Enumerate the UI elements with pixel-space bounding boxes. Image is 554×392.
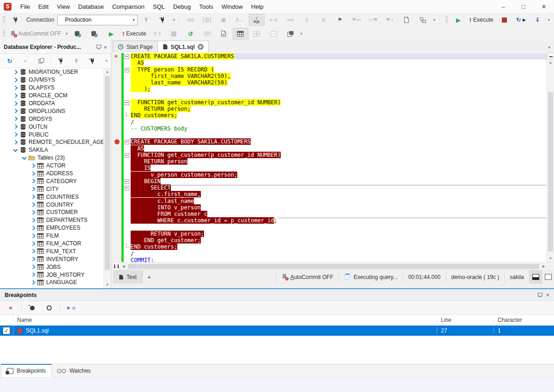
tree-item-employees[interactable]: EMPLOYEES bbox=[0, 224, 104, 232]
menu-item-tools[interactable]: Tools bbox=[195, 0, 217, 13]
chevron-right-icon[interactable] bbox=[30, 257, 35, 261]
scroll-right-icon[interactable]: ▶ bbox=[540, 263, 547, 270]
fold-margin[interactable] bbox=[124, 73, 130, 79]
close-panel-icon[interactable]: × bbox=[103, 44, 107, 50]
connect-icon[interactable] bbox=[69, 55, 84, 67]
chevron-right-icon[interactable] bbox=[30, 273, 35, 277]
scroll-down-icon[interactable]: ▼ bbox=[547, 255, 554, 262]
chevron-down-icon[interactable] bbox=[13, 148, 17, 152]
status-schema[interactable]: sakila bbox=[504, 270, 529, 284]
fold-margin[interactable] bbox=[124, 86, 130, 92]
tree-item-language[interactable]: LANGUAGE bbox=[0, 279, 104, 286]
breakpoint-enabled-checkbox[interactable]: ✓ bbox=[3, 327, 10, 334]
text-view-tab[interactable]: Text bbox=[113, 270, 143, 284]
close-tab-icon[interactable]: ✕ bbox=[198, 44, 204, 50]
close-panel-icon[interactable]: × bbox=[546, 292, 549, 298]
tree-item-ordsys[interactable]: ORDSYS bbox=[0, 115, 104, 123]
fold-margin[interactable] bbox=[124, 224, 130, 231]
fold-margin[interactable] bbox=[124, 112, 130, 119]
fold-collapse-icon[interactable] bbox=[125, 186, 129, 190]
tree-item-inventory[interactable]: INVENTORY bbox=[0, 255, 104, 263]
commit-icon[interactable] bbox=[70, 28, 86, 40]
chevron-right-icon[interactable] bbox=[30, 179, 35, 183]
menu-item-database[interactable]: Database bbox=[74, 0, 108, 13]
code-line[interactable]: COMMIT; bbox=[113, 257, 547, 262]
chevron-right-icon[interactable] bbox=[30, 210, 35, 214]
tree-item-film-text[interactable]: FILM_TEXT bbox=[0, 247, 104, 255]
tree-item-job-history[interactable]: JOB_HISTORY bbox=[0, 271, 104, 279]
pin-icon[interactable] bbox=[537, 292, 542, 298]
select-object-icon[interactable]: ▣ bbox=[216, 14, 231, 26]
code-line[interactable]: END get_customer; bbox=[113, 237, 547, 244]
fold-margin[interactable] bbox=[124, 53, 130, 59]
chevron-right-icon[interactable] bbox=[13, 86, 17, 90]
breakpoint-margin[interactable] bbox=[113, 244, 121, 250]
breakpoint-margin[interactable] bbox=[113, 73, 121, 79]
chevron-right-icon[interactable] bbox=[13, 78, 17, 82]
tree-item-country[interactable]: COUNTRY bbox=[0, 201, 104, 208]
code-line[interactable]: c.first_name, bbox=[113, 191, 547, 197]
run-icon[interactable]: ▶ bbox=[103, 28, 119, 40]
duplicate-window-icon[interactable] bbox=[33, 55, 49, 67]
outdent-icon[interactable]: ⇤≡ bbox=[265, 14, 281, 26]
code-line[interactable]: IS bbox=[113, 165, 547, 171]
chevron-down-icon[interactable]: ▾ bbox=[64, 31, 69, 36]
code-line[interactable]: CREATE PACKAGE BODY SAKILA.CUSTOMERS bbox=[113, 138, 547, 145]
chevron-right-icon[interactable] bbox=[13, 101, 17, 106]
chevron-down-icon[interactable]: ▾ bbox=[432, 18, 437, 22]
pivot-table-icon[interactable] bbox=[249, 28, 265, 40]
split-view-toggle[interactable] bbox=[529, 270, 542, 284]
code-line[interactable]: last_name VARCHAR2(50) bbox=[113, 79, 547, 86]
sql-editor[interactable]: CREATE PACKAGE SAKILA.CUSTOMERS AS TYPE … bbox=[113, 53, 554, 262]
connection-select[interactable]: Production ▾ bbox=[57, 15, 138, 25]
chevron-right-icon[interactable] bbox=[30, 164, 35, 168]
tree-item-oracle-ocm[interactable]: ORACLE_OCM bbox=[0, 92, 104, 100]
refresh-icon[interactable]: ↻ bbox=[2, 55, 18, 67]
toolbar-grip[interactable] bbox=[446, 16, 448, 24]
layout-window-icon[interactable] bbox=[283, 28, 298, 40]
split-editor-handle[interactable]: ▬ bbox=[547, 53, 554, 59]
chevron-right-icon[interactable] bbox=[30, 242, 35, 246]
breakpoint-margin[interactable] bbox=[113, 250, 121, 257]
code-line[interactable]: AS bbox=[113, 59, 547, 66]
tab-breakpoints[interactable]: Breakpoints bbox=[1, 364, 52, 377]
breakpoint-margin[interactable] bbox=[113, 106, 121, 112]
new-sql-document-icon[interactable] bbox=[398, 14, 414, 26]
breakpoint-margin[interactable] bbox=[113, 119, 121, 125]
tree-item-film[interactable]: FILM bbox=[0, 232, 104, 240]
fold-margin[interactable] bbox=[124, 165, 130, 171]
code-line[interactable]: FROM customer c bbox=[113, 211, 547, 217]
breakpoint-margin[interactable] bbox=[113, 165, 121, 171]
comment-lines-icon[interactable]: ≡ bbox=[299, 14, 314, 26]
next-bookmark-icon[interactable]: ↪⚑ bbox=[365, 14, 381, 26]
chevron-right-icon[interactable] bbox=[13, 117, 17, 121]
status-autocommit[interactable]: × AutoCommit OFF bbox=[276, 270, 338, 284]
breakpoint-margin[interactable] bbox=[113, 125, 121, 132]
code-line[interactable]: FUNCTION get_customer(p_customer_id NUMB… bbox=[113, 99, 547, 106]
delete-icon[interactable]: × bbox=[18, 55, 33, 67]
fold-margin[interactable] bbox=[124, 217, 130, 224]
status-server[interactable]: demo-oracle ( 19c ) bbox=[446, 270, 504, 284]
email-results-icon[interactable]: [@] bbox=[199, 14, 215, 26]
code-line[interactable]: BEGIN bbox=[113, 178, 547, 184]
code-line[interactable]: ); bbox=[113, 86, 547, 92]
step-into-icon[interactable]: ⇩ bbox=[530, 14, 545, 26]
fold-margin[interactable] bbox=[124, 132, 130, 138]
breakpoint-margin[interactable] bbox=[113, 257, 121, 262]
tree-item-departments[interactable]: DEPARTMENTS bbox=[0, 216, 104, 224]
fold-margin[interactable] bbox=[124, 257, 130, 262]
fold-collapse-icon[interactable] bbox=[125, 68, 129, 72]
execution-plan-icon[interactable]: ⇉≡ bbox=[182, 14, 198, 26]
breakpoint-margin[interactable] bbox=[113, 231, 121, 237]
debug-run-icon[interactable]: ▶ bbox=[451, 14, 466, 26]
menu-item-edit[interactable]: Edit bbox=[34, 0, 53, 13]
scroll-down-icon[interactable]: ▼ bbox=[104, 281, 111, 288]
tree-item-category[interactable]: CATEGORY bbox=[0, 177, 104, 185]
breakpoint-margin[interactable] bbox=[113, 93, 121, 99]
new-snippet-icon[interactable] bbox=[216, 28, 232, 40]
validate-sql-icon[interactable]: ✓SQL bbox=[249, 14, 265, 26]
code-line[interactable] bbox=[113, 93, 547, 99]
code-line[interactable]: -- CUSTOMERS body bbox=[113, 125, 547, 132]
breakpoint-margin[interactable] bbox=[113, 211, 121, 217]
breakpoint-margin[interactable] bbox=[113, 237, 121, 244]
